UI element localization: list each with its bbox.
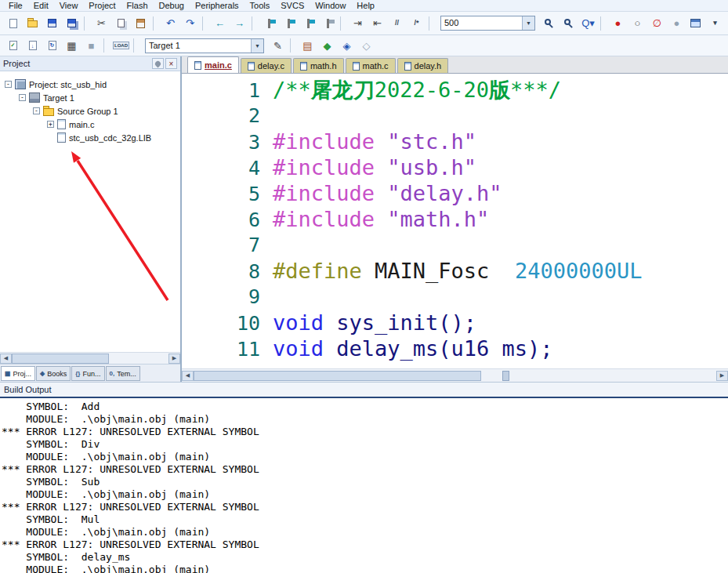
redo-button[interactable]: ↷ [181,15,199,31]
toolbar-button-icon [564,19,570,25]
menu-view[interactable]: View [54,1,84,10]
unindent-button[interactable]: ⇤ [368,15,386,31]
tree-item-stc-usb-cdc-32g-lib[interactable]: stc_usb_cdc_32g.LIB [0,131,180,144]
navigate-back-button[interactable]: ← [211,15,229,31]
library-file-icon [57,132,66,143]
batch-build-button[interactable]: ▦ [63,38,81,54]
undo-button[interactable]: ↶ [161,15,179,31]
code-token: #include [273,181,387,205]
pack-installer-button[interactable]: ◇ [357,38,375,54]
scroll-left-button[interactable]: ◀ [0,354,12,364]
insert-breakpoint-button[interactable]: ● [609,15,627,31]
templates-tab[interactable]: 0, Tem... [106,366,140,381]
build-output-line: MODULE: .\obj\main.obj (main) [2,488,728,501]
functions-tab[interactable]: {} Fun... [71,366,104,381]
menu-bar: File Edit View Project Flash Debug Perip… [0,0,728,12]
tree-item-target-1[interactable]: - Target 1 [0,91,180,104]
build-button[interactable]: ↓ [24,38,42,54]
target-dropdown-button[interactable]: ▼ [251,39,263,53]
select-software-packs-button[interactable]: ◈ [338,38,356,54]
options-for-target-button[interactable]: ✎ [269,38,287,54]
previous-bookmark-button[interactable] [280,15,298,31]
tree-item-main-c[interactable]: + main.c [0,118,180,131]
scroll-right-button[interactable]: ▶ [716,371,728,381]
build-output-header[interactable]: Build Output [0,382,728,398]
tab-math-c[interactable]: math.c [346,58,396,73]
paste-button[interactable] [132,15,150,31]
tree-expander[interactable]: - [33,107,40,114]
menu-file[interactable]: File [3,1,28,10]
menu-peripherals[interactable]: Peripherals [190,1,244,10]
code-token: ***/ [510,78,561,102]
zoom-menu-button[interactable]: Q▾ [579,15,597,31]
disable-breakpoint-button[interactable]: ○ [628,15,647,31]
build-output-log[interactable]: SYMBOL: Add MODULE: .\obj\main.obj (main… [0,398,728,573]
scrollbar-thumb[interactable] [194,371,481,381]
tree-expander[interactable]: - [5,81,12,88]
menu-svcs[interactable]: SVCS [275,1,310,10]
project-horizontal-scrollbar[interactable]: ◀ ▶ [0,352,180,364]
editor-horizontal-scrollbar[interactable]: ◀ ▶ [182,368,728,382]
file-icon [300,62,307,71]
menu-flash[interactable]: Flash [121,1,154,10]
clear-bookmarks-button[interactable] [319,15,337,31]
next-bookmark-button[interactable] [299,15,317,31]
scroll-left-button[interactable]: ◀ [182,371,194,381]
manage-run-time-environment-button[interactable]: ◆ [318,38,336,54]
find-in-files-button[interactable] [540,15,558,31]
window-layout-button[interactable] [686,15,704,31]
tab-math-h[interactable]: math.h [293,58,344,73]
window-layout-menu-button[interactable]: ▾ [706,15,724,31]
close-panel-button[interactable]: × [165,58,177,69]
scrollbar-track[interactable] [12,354,168,364]
menu-debug[interactable]: Debug [154,1,190,10]
tree-expander[interactable]: - [19,94,26,101]
stop-build-button[interactable]: ■ [82,38,100,54]
tab-delay-h[interactable]: delay.h [397,58,449,73]
scroll-right-button[interactable]: ▶ [168,354,180,364]
menu-tools[interactable]: Tools [244,1,276,10]
tree-item-source-group-1[interactable]: - Source Group 1 [0,104,180,118]
toolbar-button-icon: ↶ [166,18,175,28]
translate-button[interactable]: ✓ [4,38,22,54]
menu-project[interactable]: Project [83,1,121,10]
books-tab[interactable]: ◈ Books [36,366,71,381]
uncomment-button[interactable]: /* [407,15,426,31]
find-button[interactable] [560,15,578,31]
scrollbar-thumb[interactable] [12,354,109,364]
comment-button[interactable]: // [388,15,406,31]
rebuild-button[interactable]: ↻ [43,38,61,54]
menu-help[interactable]: Help [351,1,380,10]
tab-main-c[interactable]: main.c [187,56,239,73]
tab-delay-c[interactable]: delay.c [241,58,292,73]
navigate-forward-button[interactable]: → [230,15,248,31]
tree-expander[interactable]: + [47,121,54,128]
toggle-bookmark-button[interactable] [260,15,278,31]
menu-window[interactable]: Window [310,1,351,10]
menu-edit[interactable]: Edit [28,1,54,10]
target-select-combobox[interactable]: Target 1 ▼ [145,38,264,53]
splitter-grip[interactable] [502,371,509,381]
code-editor[interactable]: 1/**屠龙刀2022-6-20版***/ 2 3#include "stc.h… [182,74,728,368]
open-file-button[interactable] [24,15,42,31]
new-file-button[interactable] [4,15,22,31]
cut-button[interactable]: ✂ [92,15,110,31]
tree-item-project-root[interactable]: - Project: stc_usb_hid [0,78,180,91]
pin-button[interactable] [152,58,164,69]
copy-button[interactable] [112,15,130,31]
target-select-value[interactable]: Target 1 [146,39,251,53]
toolbar-button-icon [48,19,56,27]
scrollbar-track[interactable] [194,371,716,381]
indent-button[interactable]: ⇥ [349,15,367,31]
download-to-flash-button[interactable]: LOAD [112,38,130,54]
code-token: "usb.h" [387,155,476,180]
manage-project-items-button[interactable]: ▤ [299,38,317,54]
kill-all-breakpoints-button[interactable]: ∅ [648,15,666,31]
save-all-button[interactable] [63,15,81,31]
project-tab[interactable]: ▦ Proj... [1,366,35,381]
enable-all-breakpoints-button[interactable]: ● [668,15,686,31]
find-text-value[interactable]: 500 [441,16,522,30]
find-dropdown-button[interactable]: ▼ [522,16,534,30]
find-text-combobox[interactable]: 500 ▼ [440,16,535,31]
save-button[interactable] [43,15,61,31]
